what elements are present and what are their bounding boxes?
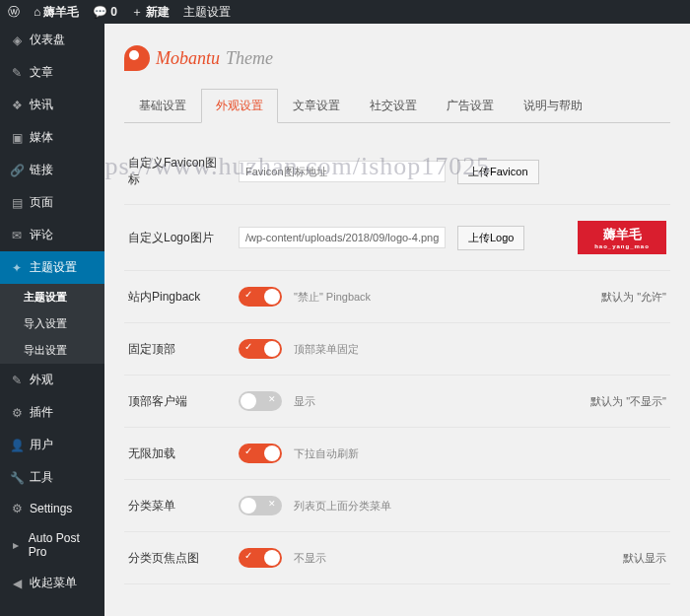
tab-help[interactable]: 说明与帮助 [509, 89, 597, 123]
sidebar-item-comments[interactable]: ✉评论 [0, 219, 104, 251]
upload-favicon-button[interactable]: 上传Favicon [457, 160, 539, 184]
media-icon: ▣ [10, 131, 24, 145]
row-catfocus: 分类页焦点图 不显示 默认显示 [124, 532, 670, 584]
flash-icon: ❖ [10, 99, 24, 112]
brand-logo-icon [124, 45, 150, 71]
gauge-icon: ◈ [10, 34, 24, 47]
row-client: 顶部客户端 显示 默认为 "不显示" [124, 376, 670, 428]
row-logo: 自定义Logo图片 上传Logo 薅羊毛hao_yang_mao [124, 205, 670, 271]
catfocus-toggle[interactable] [239, 548, 282, 568]
play-icon: ▸ [10, 538, 23, 552]
sidebar-sub-export[interactable]: 导出设置 [0, 337, 104, 364]
brand-text-1: Mobantu [156, 48, 220, 69]
tab-basic[interactable]: 基础设置 [124, 89, 201, 123]
sidebar-item-media[interactable]: ▣媒体 [0, 121, 104, 154]
infinite-label: 无限加载 [128, 445, 227, 462]
theme-brand: MobantuTheme [124, 45, 670, 71]
row-pingback: 站内Pingback "禁止" Pingback 默认为 "允许" [124, 271, 670, 323]
admin-sidebar: ◈仪表盘 ✎文章 ❖快讯 ▣媒体 🔗链接 ▤页面 ✉评论 ✦主题设置 主题设置 … [0, 24, 104, 616]
sidebar-sub-theme-settings[interactable]: 主题设置 [0, 284, 104, 310]
star-icon: ✦ [10, 261, 24, 275]
sidebar-item-appearance[interactable]: ✎外观 [0, 364, 104, 396]
catfocus-label: 分类页焦点图 [128, 550, 227, 567]
pingback-toggle[interactable] [239, 287, 282, 307]
row-catmenu: 分类菜单 列表页上面分类菜单 [124, 480, 670, 532]
collapse-icon: ◀ [10, 577, 24, 590]
sidebar-item-dashboard[interactable]: ◈仪表盘 [0, 24, 104, 56]
page-icon: ▤ [10, 196, 24, 210]
catmenu-text: 列表页上面分类菜单 [294, 499, 391, 513]
fixtop-label: 固定顶部 [128, 341, 227, 358]
pin-icon: ✎ [10, 66, 24, 80]
fixtop-toggle[interactable] [239, 339, 282, 359]
pingback-text: "禁止" Pingback [294, 290, 371, 305]
sidebar-item-users[interactable]: 👤用户 [0, 429, 104, 461]
row-favicon: 自定义Favicon图标 上传Favicon [124, 139, 670, 205]
catfocus-note: 默认显示 [623, 551, 666, 566]
plugin-icon: ⚙ [10, 406, 24, 420]
client-text: 显示 [294, 394, 315, 409]
sidebar-item-posts[interactable]: ✎文章 [0, 56, 104, 89]
pingback-label: 站内Pingback [128, 289, 227, 306]
admin-bar: ⓦ ⌂ 薅羊毛 💬 0 ＋ 新建 主题设置 [0, 0, 690, 24]
client-toggle[interactable] [239, 391, 282, 411]
sidebar-item-autopost[interactable]: ▸Auto Post Pro [0, 523, 104, 567]
sidebar-sub-import[interactable]: 导入设置 [0, 310, 104, 337]
client-note: 默认为 "不显示" [590, 394, 666, 409]
sidebar-item-links[interactable]: 🔗链接 [0, 154, 104, 186]
gear-icon: ⚙ [10, 502, 24, 515]
comment-icon: ✉ [10, 229, 24, 242]
catmenu-label: 分类菜单 [128, 498, 227, 514]
settings-tabs: 基础设置 外观设置 文章设置 社交设置 广告设置 说明与帮助 [124, 89, 670, 123]
catfocus-text: 不显示 [294, 551, 326, 566]
logo-input[interactable] [239, 227, 446, 248]
theme-settings-link[interactable]: 主题设置 [183, 4, 231, 21]
infinite-toggle[interactable] [239, 444, 282, 463]
pingback-note: 默认为 "允许" [601, 290, 666, 305]
tab-ads[interactable]: 广告设置 [432, 89, 509, 123]
sidebar-item-pages[interactable]: ▤页面 [0, 186, 104, 219]
client-label: 顶部客户端 [128, 393, 227, 410]
sidebar-item-news[interactable]: ❖快讯 [0, 89, 104, 121]
row-infinite: 无限加载 下拉自动刷新 [124, 428, 670, 480]
user-icon: 👤 [10, 439, 24, 452]
fixtop-text: 顶部菜单固定 [294, 342, 359, 357]
catmenu-toggle[interactable] [239, 496, 282, 515]
tab-social[interactable]: 社交设置 [355, 89, 432, 123]
wp-logo[interactable]: ⓦ [8, 4, 20, 21]
link-icon: 🔗 [10, 164, 24, 177]
sidebar-item-plugins[interactable]: ⚙插件 [0, 396, 104, 429]
tab-appearance[interactable]: 外观设置 [201, 89, 278, 123]
wrench-icon: 🔧 [10, 471, 24, 485]
brand-text-2: Theme [226, 48, 273, 69]
favicon-input[interactable] [239, 161, 446, 182]
row-fixtop: 固定顶部 顶部菜单固定 [124, 323, 670, 376]
sidebar-item-tools[interactable]: 🔧工具 [0, 461, 104, 494]
upload-logo-button[interactable]: 上传Logo [457, 226, 524, 250]
tab-post[interactable]: 文章设置 [278, 89, 355, 123]
brush-icon: ✎ [10, 374, 24, 387]
sidebar-item-theme-settings[interactable]: ✦主题设置 [0, 251, 104, 284]
logo-preview: 薅羊毛hao_yang_mao [578, 221, 666, 254]
sidebar-item-settings[interactable]: ⚙Settings [0, 494, 104, 523]
infinite-text: 下拉自动刷新 [294, 446, 359, 461]
comments-count[interactable]: 💬 0 [93, 5, 117, 19]
logo-label: 自定义Logo图片 [128, 230, 227, 246]
favicon-label: 自定义Favicon图标 [128, 155, 227, 188]
main-content: MobantuTheme 基础设置 外观设置 文章设置 社交设置 广告设置 说明… [104, 24, 690, 616]
new-content[interactable]: ＋ 新建 [131, 4, 170, 21]
site-name[interactable]: ⌂ 薅羊毛 [34, 4, 79, 21]
sidebar-item-collapse[interactable]: ◀收起菜单 [0, 567, 104, 599]
